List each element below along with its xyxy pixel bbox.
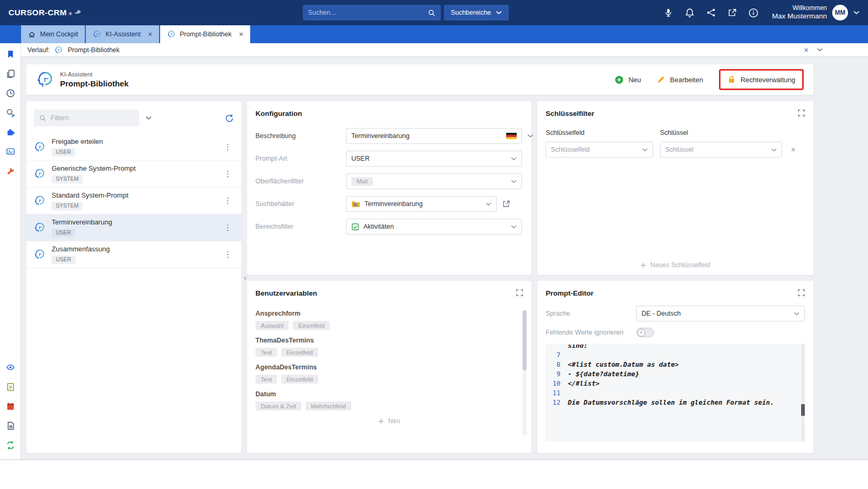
logo-text: CURSOR-CRM: [8, 8, 67, 17]
calendar-icon[interactable]: [5, 400, 16, 412]
search-edit-icon[interactable]: [5, 107, 16, 119]
sprache-select[interactable]: DE - Deutsch: [636, 306, 805, 321]
expand-panel-icon[interactable]: [798, 110, 805, 116]
filter-input[interactable]: [51, 114, 134, 122]
list-item-zusammenfassung[interactable]: Zusammenfassung USER ⋮: [26, 241, 241, 268]
neu-button[interactable]: Neu: [615, 75, 641, 84]
share-icon[interactable]: [706, 8, 716, 17]
type-badge: USER: [52, 256, 75, 265]
oberflaechenfilter-select[interactable]: Mail: [346, 173, 522, 189]
scrollbar-thumb[interactable]: [801, 404, 805, 416]
plus-circle-icon: [615, 75, 624, 84]
welcome-line: Willkommen: [772, 4, 827, 12]
kebab-menu-icon[interactable]: ⋮: [220, 142, 236, 152]
avatar[interactable]: MM: [832, 5, 848, 21]
refresh-icon[interactable]: [225, 114, 234, 123]
bereichsfilter-select[interactable]: Aktivitäten: [346, 219, 522, 234]
code-line: 11: [546, 388, 805, 398]
tab-prompt-bibliothek[interactable]: Prompt-Bibliothek ×: [160, 25, 250, 43]
search-icon: [39, 114, 46, 122]
scrollbar[interactable]: [522, 310, 527, 435]
modules-icon[interactable]: [5, 126, 16, 138]
registered-mark: ®: [69, 12, 72, 16]
tab-mein-cockpit[interactable]: Mein Cockpit: [21, 25, 85, 43]
panel-title: Benutzervariablen: [255, 289, 523, 297]
schluesselfeld-select[interactable]: Schlüsselfeld: [546, 142, 653, 158]
type-badge: USER: [52, 148, 75, 157]
bearbeiten-button[interactable]: Bearbeiten: [657, 75, 703, 84]
chevron-down-icon: [642, 148, 648, 152]
close-tab-icon[interactable]: ×: [148, 30, 152, 38]
code-editor[interactable]: sind: 7 8<#list custom.Datum as date> 9-…: [546, 344, 805, 442]
prompt-art-select[interactable]: USER: [346, 151, 522, 167]
chevron-down-icon: [511, 157, 517, 161]
bell-icon[interactable]: [685, 8, 695, 18]
bookmark-icon[interactable]: [5, 48, 16, 60]
tools-icon[interactable]: [5, 165, 16, 177]
sync-icon[interactable]: [5, 439, 16, 451]
list-item-standard-system-prompt[interactable]: Standard System-Prompt SYSTEM ⋮: [26, 188, 241, 214]
history-item[interactable]: Prompt-Bibliothek: [67, 46, 120, 54]
beschreibung-field[interactable]: [346, 128, 522, 144]
user-menu-chevron-icon[interactable]: [853, 11, 860, 15]
close-history-icon[interactable]: ×: [804, 46, 808, 54]
tasks-icon[interactable]: [5, 381, 16, 393]
variable-tag: Text: [255, 375, 277, 384]
remove-filter-icon[interactable]: ×: [789, 145, 805, 154]
filter-chevron-icon[interactable]: [145, 116, 152, 120]
panel-title: Konfiguration: [255, 110, 523, 118]
kebab-menu-icon[interactable]: ⋮: [220, 223, 236, 232]
collapse-panel-icon[interactable]: ‹: [244, 273, 246, 282]
rechteverwaltung-button[interactable]: Rechteverwaltung: [727, 75, 795, 84]
search-icon[interactable]: [428, 9, 436, 17]
documents-icon[interactable]: [5, 68, 16, 80]
history-icon[interactable]: [5, 87, 16, 99]
kebab-menu-icon[interactable]: ⋮: [220, 169, 236, 179]
add-schluesselfeld-button[interactable]: Neues Schlüsselfeld: [537, 261, 813, 269]
media-icon[interactable]: [5, 146, 16, 158]
list-item-generische-system-prompt[interactable]: Generische System-Prompt SYSTEM ⋮: [26, 161, 241, 188]
type-badge: SYSTEM: [52, 175, 83, 184]
beschreibung-input[interactable]: [351, 132, 502, 140]
prompt-editor-panel: Prompt-Editor Sprache DE - Deutsch Fehle…: [537, 281, 813, 453]
mail-chip: Mail: [351, 177, 373, 186]
ignore-missing-toggle[interactable]: ×: [636, 328, 654, 337]
konfiguration-panel: Konfiguration Beschreibung Prompt-Art: [247, 101, 531, 275]
type-badge: USER: [52, 229, 75, 238]
prompt-list: Freigabe erteilen USER ⋮ Generische Syst…: [26, 134, 241, 453]
filter-field[interactable]: [34, 110, 139, 126]
microphone-icon[interactable]: [664, 8, 673, 17]
kebab-menu-icon[interactable]: ⋮: [220, 250, 236, 259]
open-external-icon[interactable]: [727, 8, 737, 17]
code-line: 10</#list>: [546, 379, 805, 388]
scrollbar[interactable]: [801, 344, 805, 442]
suchbehaelter-select[interactable]: Terminvereinbarung: [346, 196, 497, 212]
insight-icon[interactable]: [5, 361, 16, 373]
close-tab-icon[interactable]: ×: [239, 30, 243, 38]
scrollbar-thumb[interactable]: [522, 310, 527, 370]
add-variable-button[interactable]: Neu: [255, 417, 523, 425]
history-expand-chevron-icon[interactable]: [817, 48, 823, 52]
code-line: 12Die Datumsvorschläge sollen im gleiche…: [546, 398, 805, 407]
kebab-menu-icon[interactable]: ⋮: [220, 196, 236, 206]
info-icon[interactable]: [748, 8, 758, 18]
tab-ki-assistent[interactable]: KI-Assistent ×: [86, 25, 159, 43]
checkbox-icon: [351, 223, 359, 231]
expand-panel-icon[interactable]: [798, 289, 805, 296]
tab-label: KI-Assistent: [105, 31, 141, 38]
open-suchbehaelter-icon[interactable]: [502, 200, 510, 208]
german-flag-icon: [506, 133, 517, 140]
variable-group: Ansprechform Auswahl Einzelfeld: [255, 310, 523, 330]
list-item-freigabe-erteilen[interactable]: Freigabe erteilen USER ⋮: [26, 134, 241, 161]
code-line: 7: [546, 350, 805, 360]
schluessel-select[interactable]: Schlüssel: [660, 142, 782, 158]
tab-bar: Mein Cockpit KI-Assistent × Prompt-Bibli…: [0, 25, 868, 43]
expand-panel-icon[interactable]: [516, 289, 523, 296]
search-areas-dropdown[interactable]: Suchbereiche: [444, 5, 509, 21]
list-item-terminvereinbarung[interactable]: Terminvereinbarung USER ⋮: [26, 214, 241, 241]
global-search[interactable]: [303, 5, 441, 21]
prompt-icon: [93, 30, 101, 38]
document-settings-icon[interactable]: [5, 420, 16, 432]
translations-chevron-icon[interactable]: [527, 134, 534, 138]
search-input[interactable]: [308, 9, 423, 16]
